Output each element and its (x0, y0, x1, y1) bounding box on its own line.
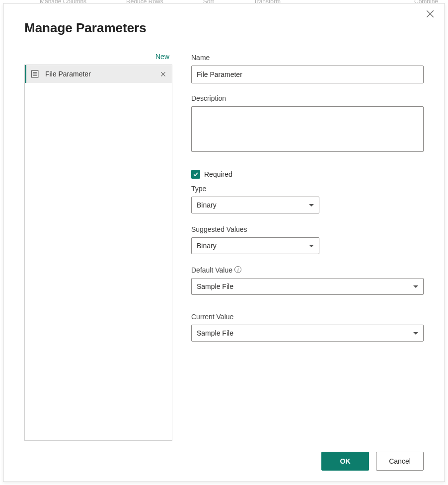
delete-parameter-icon[interactable] (156, 67, 170, 81)
cancel-button[interactable]: Cancel (376, 452, 424, 471)
close-icon[interactable] (426, 9, 436, 19)
current-value-value: Sample File (197, 329, 413, 337)
type-label: Type (191, 185, 424, 193)
chevron-down-icon (413, 285, 418, 288)
info-icon[interactable]: i (234, 266, 241, 273)
parameter-list-pane: New File Parameter (24, 53, 172, 441)
manage-parameters-dialog: Manage Parameters New File Par (3, 3, 445, 482)
dialog-title: Manage Parameters (24, 20, 445, 36)
parameter-form: Name Description Required Type Binary Su… (191, 53, 424, 441)
suggested-values-label: Suggested Values (191, 225, 424, 233)
default-value-label: Default Value i (191, 266, 424, 274)
chevron-down-icon (413, 332, 418, 335)
parameter-item-label: File Parameter (45, 70, 156, 78)
current-value-dropdown[interactable]: Sample File (191, 325, 424, 342)
new-parameter-link[interactable]: New (155, 53, 169, 61)
name-label: Name (191, 54, 424, 62)
required-checkbox[interactable] (191, 170, 200, 179)
suggested-values-value: Binary (197, 242, 309, 250)
chevron-down-icon (309, 204, 314, 207)
required-label: Required (204, 170, 232, 178)
type-dropdown[interactable]: Binary (191, 197, 319, 213)
parameter-list: File Parameter (24, 65, 172, 441)
name-input[interactable] (191, 66, 424, 83)
dialog-footer: OK Cancel (3, 441, 445, 482)
parameter-icon (30, 69, 39, 78)
type-value: Binary (197, 201, 309, 209)
default-value-value: Sample File (197, 282, 413, 290)
chevron-down-icon (309, 245, 314, 247)
default-value-dropdown[interactable]: Sample File (191, 278, 424, 295)
description-label: Description (191, 94, 424, 102)
ok-button[interactable]: OK (321, 452, 369, 471)
description-input[interactable] (191, 106, 424, 152)
parameter-item-file-parameter[interactable]: File Parameter (25, 65, 172, 83)
suggested-values-dropdown[interactable]: Binary (191, 237, 319, 254)
current-value-label: Current Value (191, 313, 424, 321)
